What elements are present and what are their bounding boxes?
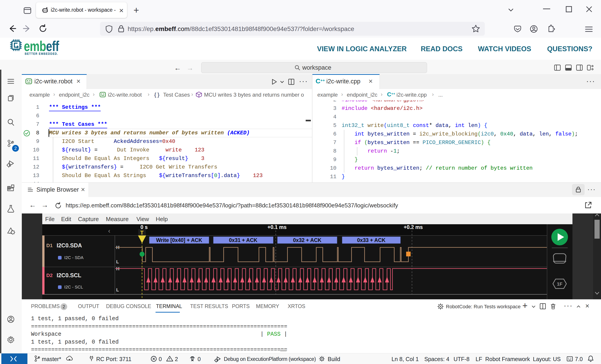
svg-text:+0.2 ms: +0.2 ms bbox=[404, 224, 423, 230]
svg-text:D1: D1 bbox=[46, 243, 53, 248]
svg-text:Help: Help bbox=[156, 216, 168, 222]
svg-text:D2: D2 bbox=[46, 273, 53, 278]
svg-text:L: L bbox=[116, 259, 119, 264]
svg-text:File: File bbox=[45, 216, 55, 222]
svg-text:I2C - SDA: I2C - SDA bbox=[64, 255, 84, 260]
svg-text:T: T bbox=[140, 230, 144, 236]
svg-text:I2C0.SCL: I2C0.SCL bbox=[57, 272, 81, 278]
svg-text:I2C - SCL: I2C - SCL bbox=[64, 285, 83, 289]
svg-text:0x31 + ACK: 0x31 + ACK bbox=[229, 237, 258, 243]
svg-text:0x32 + ACK: 0x32 + ACK bbox=[293, 237, 322, 243]
svg-text:1F: 1F bbox=[557, 281, 562, 286]
svg-text:Capture: Capture bbox=[78, 216, 99, 222]
svg-text:0x33 + ACK: 0x33 + ACK bbox=[357, 237, 386, 243]
svg-text:‹: ‹ bbox=[108, 227, 110, 234]
svg-text:View: View bbox=[136, 216, 149, 222]
svg-text:Edit: Edit bbox=[61, 216, 71, 222]
svg-text:+0.1 ms: +0.1 ms bbox=[268, 224, 287, 230]
svg-text:L: L bbox=[116, 287, 119, 292]
svg-text:Measure: Measure bbox=[106, 216, 129, 222]
svg-text:I2C0.SDA: I2C0.SDA bbox=[57, 242, 82, 248]
svg-text:Write [0x40] + ACK: Write [0x40] + ACK bbox=[156, 237, 202, 243]
